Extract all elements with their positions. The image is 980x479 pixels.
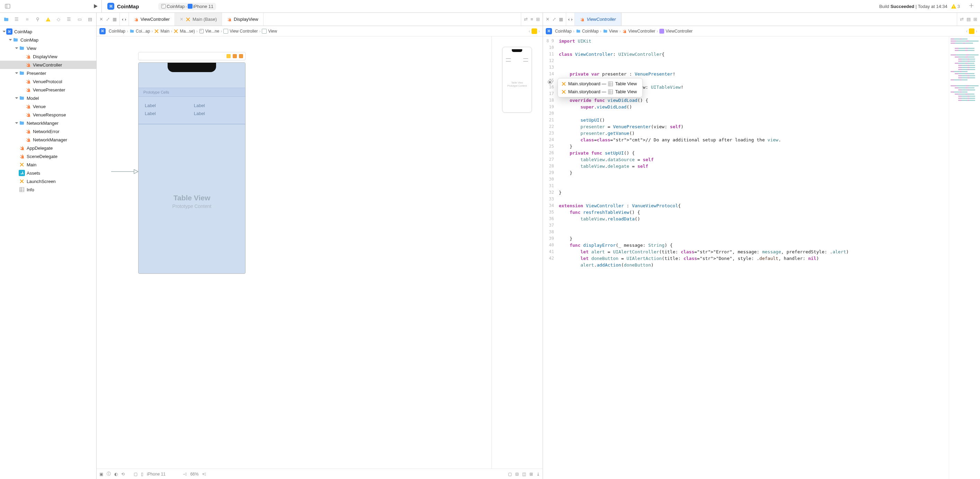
editor-fullscreen-button[interactable]: ⤢ xyxy=(106,17,110,22)
jump-forward[interactable]: › xyxy=(976,29,977,34)
device-bar-button[interactable]: ▢ xyxy=(134,472,137,477)
jump-forward[interactable]: › xyxy=(538,29,540,34)
constraints-button-4[interactable]: ⊞ xyxy=(530,472,533,477)
orientation-button[interactable]: ⟲ xyxy=(121,472,125,477)
add-split-button[interactable]: ⊞ xyxy=(974,17,977,22)
close-editor-button[interactable]: ✕ xyxy=(546,17,550,22)
warnings-indicator[interactable]: 3 xyxy=(951,3,960,9)
tree-file-displayview[interactable]: DisplayView xyxy=(0,52,96,61)
constraints-button-5[interactable]: ⤓ xyxy=(536,472,540,477)
close-icon[interactable]: ✕ xyxy=(180,17,183,22)
device-phone-button[interactable]: ▯ xyxy=(141,472,143,477)
source-editor[interactable]: 8 9 10 11 12 13 14 15 16 17 18 19 20 21 … xyxy=(543,37,980,479)
close-editor-button[interactable]: ✕ xyxy=(99,17,103,22)
adjust-editor-button[interactable]: ≡ xyxy=(530,17,533,22)
counterpart-button[interactable]: ⇄ xyxy=(960,17,964,22)
tab-viewcontroller[interactable]: ViewController xyxy=(129,13,175,26)
tree-file-viewcontroller[interactable]: ViewController xyxy=(0,61,96,69)
tree-group-coinmap[interactable]: CoinMap xyxy=(0,36,96,44)
ib-canvas[interactable]: Prototype Cells LabelLabel LabelLabel Ta… xyxy=(97,37,492,469)
navigator-tab-project[interactable] xyxy=(3,16,10,23)
tableview-placeholder[interactable]: Table View Prototype Content xyxy=(138,194,245,209)
navigator-tab-tests[interactable]: ◇ xyxy=(55,16,62,23)
constraints-button-2[interactable]: ⊟ xyxy=(515,472,519,477)
zoom-level[interactable]: 66% xyxy=(190,472,199,477)
ib-document-outline[interactable]: Table ViewPrototype Content xyxy=(492,37,542,469)
tree-group-presenter[interactable]: Presenter xyxy=(0,69,96,77)
ib-scene-viewcontroller[interactable]: Prototype Cells LabelLabel LabelLabel Ta… xyxy=(138,52,245,263)
add-split-button[interactable]: ⊞ xyxy=(536,17,540,22)
tree-file-venueresponse[interactable]: VenueResponse xyxy=(0,110,96,119)
jump-back[interactable]: ‹ xyxy=(966,29,967,34)
nav-forward-button[interactable]: › xyxy=(125,17,126,22)
tab-main-base[interactable]: ✕Main (Base) xyxy=(175,13,222,26)
navigator-tab-reports[interactable]: ▤ xyxy=(87,16,94,23)
iboutlet-gutter-indicator[interactable] xyxy=(548,80,552,84)
cell-label[interactable]: Label xyxy=(145,103,156,108)
tree-group-network[interactable]: NetworkManger xyxy=(0,119,96,127)
connection-row[interactable]: Main.storyboard — Table View xyxy=(558,80,643,88)
scene-header-icon-1[interactable] xyxy=(226,54,231,58)
jump-bar-right[interactable]: ⌘CoinMap› CoinMap› View› ViewController›… xyxy=(543,26,980,37)
constraints-button-1[interactable]: ▢ xyxy=(508,472,512,477)
counterpart-button[interactable]: ⇄ xyxy=(524,17,528,22)
editor-grid-button[interactable]: ▦ xyxy=(113,17,117,22)
jump-bar-left[interactable]: ⌘CoinMap› Coi...ap› Main› Ma...se)› Vie.… xyxy=(97,26,542,37)
tab-viewcontroller-assistant[interactable]: ViewController xyxy=(575,13,621,26)
file-tree[interactable]: ⌘CoinMap CoinMap View DisplayView ViewCo… xyxy=(0,26,96,479)
cell-label[interactable]: Label xyxy=(194,111,205,116)
appearance-button[interactable]: ◐ xyxy=(114,472,118,477)
tree-file-appdelegate[interactable]: AppDelegate xyxy=(0,144,96,152)
run-button[interactable] xyxy=(92,3,99,10)
nav-back-button[interactable]: ‹ xyxy=(122,17,123,22)
prototype-cell[interactable]: LabelLabel LabelLabel xyxy=(138,97,245,125)
minimap-scene[interactable]: Table ViewPrototype Content xyxy=(502,47,532,113)
zoom-in-button[interactable]: +⃝ xyxy=(202,472,206,477)
scene-header-bar[interactable] xyxy=(138,52,245,60)
editor-grid-button[interactable]: ▦ xyxy=(559,17,563,22)
cell-label[interactable]: Label xyxy=(194,103,205,108)
constraints-button-3[interactable]: ◫ xyxy=(522,472,526,477)
navigator-tab-breakpoints[interactable]: ▭ xyxy=(76,16,83,23)
adjust-editor-button[interactable]: ▤ xyxy=(967,17,970,22)
jump-back[interactable]: ‹ xyxy=(529,29,530,34)
connection-row[interactable]: Main.storyboard — Table View xyxy=(558,88,643,96)
scheme-selector[interactable]: CoinMap › iPhone 11 xyxy=(158,3,216,10)
tree-group-view[interactable]: View xyxy=(0,44,96,52)
navigator-tab-issues[interactable] xyxy=(45,16,52,23)
library-button[interactable] xyxy=(968,2,974,10)
tree-file-scenedelegate[interactable]: SceneDelegate xyxy=(0,152,96,160)
scene-header-icon-3[interactable] xyxy=(239,54,243,58)
device-label[interactable]: iPhone 11 xyxy=(147,472,165,477)
code-content[interactable]: import UIKit class ViewController: UIVie… xyxy=(557,37,949,479)
cell-label[interactable]: Label xyxy=(145,111,156,116)
jump-warning-icon[interactable] xyxy=(531,29,537,34)
tree-file-venueprotocol[interactable]: VenueProtocol xyxy=(0,77,96,86)
tree-file-networkerror[interactable]: NetworkError xyxy=(0,127,96,136)
outline-toggle-button[interactable]: ▣ xyxy=(99,472,103,477)
code-minimap[interactable] xyxy=(949,37,980,479)
navigator-tab-debug[interactable]: ☰ xyxy=(65,16,72,23)
jump-warning-icon[interactable] xyxy=(969,29,974,34)
editor-fullscreen-button[interactable]: ⤢ xyxy=(552,17,556,22)
tree-file-venue[interactable]: Venue xyxy=(0,102,96,110)
nav-back-button[interactable]: ‹ xyxy=(568,17,570,22)
assistant-button[interactable]: ⓘ xyxy=(107,471,111,477)
tab-displayview[interactable]: DisplayView xyxy=(222,13,264,26)
tree-file-venuepresenter[interactable]: VenuePresenter xyxy=(0,86,96,94)
navigator-tab-find[interactable]: ⚲ xyxy=(34,16,41,23)
tree-file-launchscreen[interactable]: LaunchScreen xyxy=(0,177,96,185)
navigator-tab-source-control[interactable]: ☰ xyxy=(13,16,20,23)
tree-file-main-storyboard[interactable]: Main xyxy=(0,160,96,169)
zoom-out-button[interactable]: −⃝ xyxy=(183,472,187,477)
navigator-tab-symbols[interactable]: ⌗ xyxy=(24,16,30,23)
nav-forward-button[interactable]: › xyxy=(571,17,573,22)
toggle-left-sidebar-button[interactable] xyxy=(4,3,11,10)
scene-header-icon-2[interactable] xyxy=(233,54,237,58)
tree-file-info-plist[interactable]: Info xyxy=(0,185,96,194)
outlet-connections-popup[interactable]: Main.storyboard — Table View Main.storyb… xyxy=(557,78,643,97)
tree-project-root[interactable]: ⌘CoinMap xyxy=(0,27,96,36)
tree-file-networkmanager[interactable]: NetworkManager xyxy=(0,136,96,144)
tree-group-model[interactable]: Model xyxy=(0,94,96,102)
tree-file-assets[interactable]: 🏞Assets xyxy=(0,169,96,177)
